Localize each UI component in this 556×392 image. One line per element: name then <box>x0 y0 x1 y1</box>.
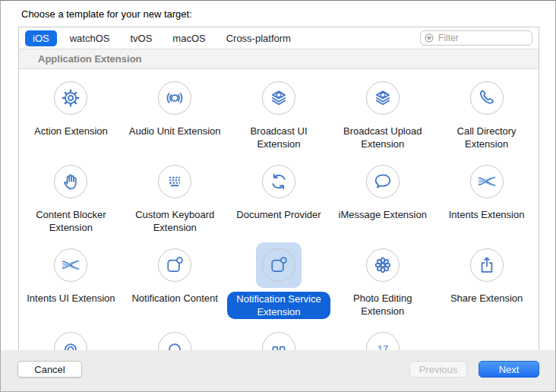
tab-cross-platform[interactable]: Cross-platform <box>219 30 299 46</box>
template-action-extension[interactable]: Action Extension <box>19 69 123 153</box>
layers-replay-icon <box>262 81 295 115</box>
template-label: Broadcast UI Extension <box>230 125 327 150</box>
template-label: Notification Service Extension <box>227 292 330 319</box>
filter-input[interactable] <box>437 32 528 44</box>
notification-badge-icon <box>158 248 191 282</box>
template-spiral-arcs-icon[interactable] <box>19 320 123 351</box>
template-label: Action Extension <box>34 125 108 138</box>
template-circle-outline-icon[interactable] <box>123 320 227 351</box>
template-broadcast-ui-extension[interactable]: Broadcast UI Extension <box>227 69 331 153</box>
hand-icon <box>54 165 87 198</box>
next-button[interactable]: Next <box>479 361 539 378</box>
template-label: Custom Keyboard Extension <box>126 208 223 234</box>
template-notification-content[interactable]: Notification Content <box>123 236 227 320</box>
template-label: Call Directory Extension <box>438 125 535 150</box>
template-intents-extension[interactable]: Intents Extension <box>434 153 539 236</box>
template-broadcast-upload-extension[interactable]: Broadcast Upload Extension <box>330 69 434 153</box>
circle-outline-icon <box>158 332 191 351</box>
template-call-directory-extension[interactable]: Call Directory Extension <box>434 69 539 153</box>
template-label: Photo Editing Extension <box>334 292 431 318</box>
keyboard-icon <box>158 165 191 198</box>
tab-tvos[interactable]: tvOS <box>122 30 160 46</box>
template-document-provider[interactable]: Document Provider <box>227 153 331 236</box>
template-label: Broadcast Upload Extension <box>334 125 431 150</box>
template-notification-service-extension[interactable]: Notification Service Extension <box>227 236 331 320</box>
template-label: Notification Content <box>131 292 217 305</box>
template-label: Share Extension <box>450 292 523 305</box>
cancel-button[interactable]: Cancel <box>17 361 82 378</box>
notification-badge-icon <box>262 248 295 282</box>
spiral-arcs-icon <box>54 332 87 351</box>
dialog-title: Choose a template for your new target: <box>21 8 192 20</box>
template-calendar-17-icon[interactable]: 17 <box>330 320 434 351</box>
template-custom-keyboard-extension[interactable]: Custom Keyboard Extension <box>123 153 227 236</box>
choose-template-dialog: Choose a template for your new target: i… <box>0 0 556 392</box>
previous-button[interactable]: Previous <box>409 361 467 378</box>
template-chooser-panel: iOSwatchOStvOSmacOSCross-platform Applic… <box>18 27 539 352</box>
section-header: Application Extension <box>19 49 539 69</box>
template-sticker-pair-icon[interactable] <box>227 320 331 351</box>
speech-bubble-icon <box>366 165 400 198</box>
layers-replay-icon <box>366 81 400 115</box>
sticker-pair-icon <box>262 332 295 351</box>
template-label: Content Blocker Extension <box>22 208 119 234</box>
template-label: Audio Unit Extension <box>129 125 221 138</box>
filter-field[interactable] <box>420 30 532 46</box>
tab-ios[interactable]: iOS <box>25 30 57 46</box>
platform-tabs: iOSwatchOStvOSmacOSCross-platform <box>25 30 304 46</box>
share-box-icon <box>470 248 504 282</box>
gear-icon <box>54 81 87 115</box>
crossing-waves-icon <box>54 248 87 282</box>
sync-arrows-icon <box>262 165 295 198</box>
template-audio-unit-extension[interactable]: Audio Unit Extension <box>123 69 227 153</box>
template-grid: Action Extension Audio Unit Extension Br… <box>19 69 539 351</box>
dialog-footer: Cancel Previous Next <box>1 350 556 391</box>
template-label: iMessage Extension <box>339 208 427 221</box>
template-label: Intents Extension <box>449 208 525 221</box>
tab-macos[interactable]: macOS <box>165 30 213 46</box>
tab-watchos[interactable]: watchOS <box>62 30 118 46</box>
template-share-extension[interactable]: Share Extension <box>434 236 539 320</box>
calendar-17-icon: 17 <box>366 332 400 351</box>
platform-tabbar: iOSwatchOStvOSmacOSCross-platform <box>19 27 539 49</box>
filter-icon <box>425 33 434 43</box>
crossing-waves-icon <box>470 165 504 198</box>
template-content-blocker-extension[interactable]: Content Blocker Extension <box>19 153 123 236</box>
phone-icon <box>470 81 504 115</box>
template-label: Document Provider <box>236 208 321 221</box>
template-imessage-extension[interactable]: iMessage Extension <box>330 153 434 236</box>
audio-waves-icon <box>158 81 191 115</box>
template-label: Intents UI Extension <box>27 292 115 305</box>
photos-flower-icon <box>366 248 400 282</box>
template-intents-ui-extension[interactable]: Intents UI Extension <box>19 236 123 320</box>
template-photo-editing-extension[interactable]: Photo Editing Extension <box>330 236 434 320</box>
